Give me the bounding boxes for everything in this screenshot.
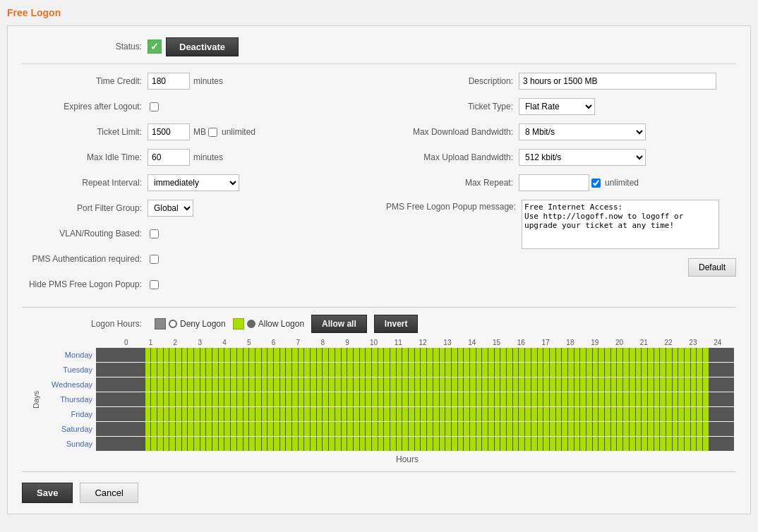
grid-cell[interactable] (452, 407, 458, 421)
grid-cell[interactable] (488, 407, 495, 421)
grid-cell[interactable] (433, 348, 440, 362)
grid-cell[interactable] (445, 348, 452, 362)
grid-cell[interactable] (133, 363, 139, 377)
grid-cell[interactable] (482, 422, 488, 436)
grid-cell[interactable] (145, 348, 152, 362)
grid-cell[interactable] (311, 407, 317, 421)
grid-cell[interactable] (556, 392, 563, 406)
grid-cell[interactable] (311, 392, 317, 406)
grid-cell[interactable] (102, 363, 109, 377)
grid-cell[interactable] (212, 437, 219, 451)
grid-cell[interactable] (354, 392, 360, 406)
grid-cell[interactable] (415, 407, 421, 421)
grid-cell[interactable] (531, 348, 538, 362)
grid-cell[interactable] (715, 437, 721, 451)
grid-cell[interactable] (243, 437, 250, 451)
grid-cell[interactable] (299, 392, 305, 406)
grid-cell[interactable] (366, 377, 372, 392)
grid-cell[interactable] (568, 407, 574, 421)
grid-cell[interactable] (224, 348, 231, 362)
grid-cell[interactable] (691, 437, 697, 451)
grid-cell[interactable] (445, 422, 452, 436)
grid-cell[interactable] (108, 348, 114, 362)
grid-cell[interactable] (464, 407, 470, 421)
grid-cell[interactable] (206, 407, 212, 421)
grid-cell[interactable] (415, 437, 421, 451)
grid-cell[interactable] (126, 437, 133, 451)
grid-cell[interactable] (476, 422, 483, 436)
grid-cell[interactable] (224, 392, 231, 406)
grid-cell[interactable] (531, 392, 538, 406)
grid-cell[interactable] (697, 422, 703, 436)
grid-cell[interactable] (691, 392, 697, 406)
grid-cell[interactable] (335, 377, 342, 392)
grid-cell[interactable] (212, 407, 219, 421)
grid-cell[interactable] (593, 392, 599, 406)
grid-cell[interactable] (121, 437, 127, 451)
grid-cell[interactable] (574, 407, 581, 421)
max-repeat-unlimited-checkbox[interactable] (591, 179, 601, 188)
grid-cell[interactable] (415, 348, 421, 362)
grid-cell[interactable] (96, 348, 102, 362)
grid-cell[interactable] (580, 437, 586, 451)
grid-cell[interactable] (611, 363, 618, 377)
grid-cell[interactable] (598, 348, 605, 362)
pms-auth-checkbox[interactable] (150, 255, 159, 264)
grid-cell[interactable] (397, 437, 403, 451)
grid-cell[interactable] (715, 363, 721, 377)
grid-cell[interactable] (335, 407, 342, 421)
grid-cell[interactable] (617, 348, 623, 362)
grid-cell[interactable] (421, 392, 427, 406)
grid-cell[interactable] (96, 392, 102, 406)
grid-cell[interactable] (164, 422, 170, 436)
grid-cell[interactable] (440, 437, 446, 451)
grid-cell[interactable] (648, 437, 654, 451)
grid-cell[interactable] (182, 407, 188, 421)
grid-cell[interactable] (188, 407, 194, 421)
grid-cell[interactable] (495, 437, 501, 451)
grid-cell[interactable] (538, 407, 544, 421)
grid-cell[interactable] (262, 392, 268, 406)
grid-cell[interactable] (415, 422, 421, 436)
grid-cell[interactable] (611, 422, 618, 436)
grid-cell[interactable] (562, 363, 568, 377)
grid-cell[interactable] (673, 407, 679, 421)
grid-cell[interactable] (580, 377, 586, 392)
grid-cell[interactable] (452, 422, 458, 436)
grid-cell[interactable] (188, 422, 194, 436)
grid-cell[interactable] (630, 392, 636, 406)
grid-cell[interactable] (409, 407, 415, 421)
grid-cell[interactable] (255, 407, 262, 421)
grid-cell[interactable] (721, 348, 728, 362)
grid-cell[interactable] (286, 348, 292, 362)
grid-cell[interactable] (495, 392, 501, 406)
grid-cell[interactable] (458, 407, 464, 421)
grid-cell[interactable] (274, 407, 280, 421)
grid-cell[interactable] (654, 348, 661, 362)
grid-cell[interactable] (255, 377, 262, 392)
grid-cell[interactable] (280, 422, 287, 436)
grid-cell[interactable] (304, 407, 311, 421)
grid-cell[interactable] (182, 392, 188, 406)
grid-cell[interactable] (212, 392, 219, 406)
grid-cell[interactable] (378, 392, 385, 406)
grid-cell[interactable] (133, 348, 139, 362)
grid-cell[interactable] (188, 363, 194, 377)
grid-cell[interactable] (660, 348, 666, 362)
grid-cell[interactable] (562, 377, 568, 392)
grid-cell[interactable] (139, 407, 145, 421)
grid-cell[interactable] (605, 377, 611, 392)
grid-cell[interactable] (157, 437, 164, 451)
grid-cell[interactable] (500, 363, 507, 377)
grid-cell[interactable] (151, 377, 157, 392)
grid-cell[interactable] (574, 348, 581, 362)
grid-cell[interactable] (280, 377, 287, 392)
grid-cell[interactable] (194, 363, 200, 377)
grid-cell[interactable] (574, 377, 581, 392)
grid-cell[interactable] (715, 348, 721, 362)
grid-cell[interactable] (182, 422, 188, 436)
grid-cell[interactable] (433, 377, 440, 392)
grid-cell[interactable] (243, 348, 250, 362)
grid-cell[interactable] (440, 392, 446, 406)
grid-cell[interactable] (728, 377, 734, 392)
